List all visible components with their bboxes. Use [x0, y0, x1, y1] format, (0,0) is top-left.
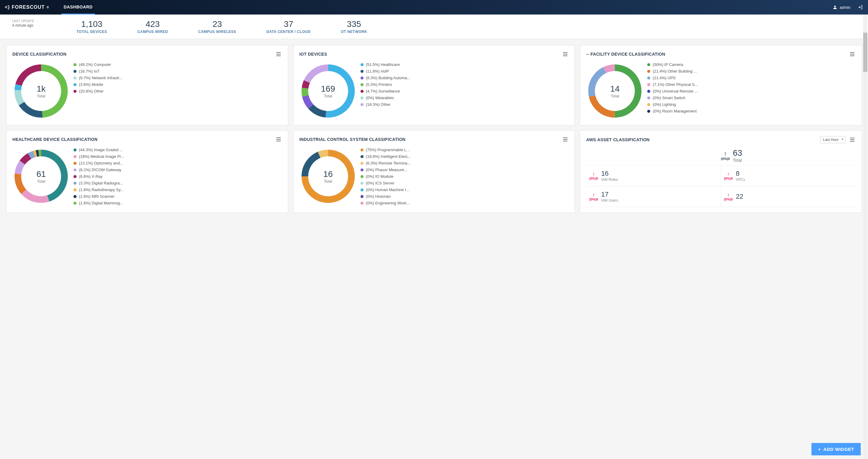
legend-item[interactable]: (75%) Programmable L... — [361, 148, 569, 152]
legend-text: (18.8%) Intelligent Elect... — [366, 154, 411, 159]
aws-metric-cell[interactable]: ↑(0%)0 17 IAM Users — [586, 186, 721, 207]
legend-dot — [647, 70, 650, 73]
legend-item[interactable]: (18.8%) Intelligent Elect... — [361, 154, 569, 159]
legend-item[interactable]: (16.7%) IoT — [73, 69, 282, 73]
legend-item[interactable]: (51.5%) Healthcare — [361, 62, 569, 67]
aws-metric-cell[interactable]: ↑(0%)0 16 IAM Roles — [586, 165, 721, 186]
legend-item[interactable]: (21.4%) Other Building ... — [647, 69, 856, 73]
donut-chart[interactable]: 16 Total — [300, 148, 357, 205]
hamburger-icon[interactable] — [275, 136, 282, 143]
aws-cell-value: 17 — [601, 190, 618, 198]
legend-item[interactable]: (0%) Lighting — [647, 102, 856, 107]
legend-item[interactable]: (3.3%) Digital Radiogra... — [73, 181, 282, 185]
legend-item[interactable]: (13.1%) Optometry and... — [73, 161, 282, 165]
hamburger-icon[interactable] — [562, 136, 568, 143]
chart-legend: (51.5%) Healthcare(11.8%) VoIP(8.3%) Bui… — [361, 62, 569, 107]
legend-item[interactable]: (0%) Historian — [361, 194, 569, 198]
legend-item[interactable]: (11.8%) VoIP — [361, 69, 569, 73]
legend-item[interactable]: (5.3%) Printers — [361, 82, 569, 87]
hamburger-icon[interactable] — [275, 51, 282, 57]
legend-item[interactable]: (0%) Wearables — [361, 96, 569, 100]
aws-total-value: 63 — [733, 148, 742, 158]
legend-item[interactable]: (18.3%) Other — [361, 102, 569, 107]
summary-item[interactable]: 37 DATA CENTER / CLOUD — [267, 19, 311, 34]
legend-item[interactable]: (0%) Phasor Measure... — [361, 167, 569, 172]
legend-item[interactable]: (1.6%) Digital Mammog... — [73, 201, 282, 205]
summary-value: 37 — [267, 19, 311, 29]
chart-widget: IOT DEVICES 169 Total (51.5%) Healthcare… — [293, 45, 575, 125]
legend-item[interactable]: (8.2%) DICOM Gateway — [73, 167, 282, 172]
brand-text: FORESCOUT — [12, 4, 45, 10]
aws-metric-cell[interactable]: ↑(0%)0 8 VPCs — [721, 165, 856, 186]
legend-item[interactable]: (21.4%) UPS — [647, 75, 856, 80]
legend-dot — [361, 155, 364, 158]
donut-total-label: Total — [321, 94, 335, 98]
summary-item[interactable]: 335 OT NETWORK — [341, 19, 367, 34]
legend-item[interactable]: (0%) ICS Server — [361, 181, 569, 185]
donut-chart[interactable]: 169 Total — [300, 62, 357, 120]
hamburger-icon[interactable] — [849, 51, 856, 57]
legend-dot — [73, 63, 76, 66]
scrollbar[interactable] — [863, 14, 867, 219]
legend-item[interactable]: (6.6%) X-Ray — [73, 174, 282, 179]
donut-chart[interactable]: 1k Total — [12, 62, 70, 120]
user-menu[interactable]: admin — [833, 5, 850, 10]
aws-cell-value: 22 — [736, 193, 743, 201]
legend-text: (44.3%) Image Guided ... — [79, 148, 123, 152]
legend-item[interactable]: (20.8%) Other — [73, 89, 282, 93]
chart-widget: -- FACILITY DEVICE CLASSIFICATION 14 Tot… — [580, 45, 862, 125]
donut-chart[interactable]: 14 Total — [586, 62, 644, 120]
widget-title: DEVICE CLASSIFICATION — [12, 52, 66, 57]
donut-total-value: 169 — [321, 84, 335, 94]
trend-arrow-icon: ↑(0%)0 — [724, 172, 733, 180]
legend-item[interactable]: (8.3%) Building Automa... — [361, 75, 569, 80]
legend-text: (18.3%) Other — [366, 102, 391, 107]
legend-item[interactable]: (7.1%) Other Physical S... — [647, 82, 856, 87]
legend-item[interactable]: (3.6%) Mobile — [73, 82, 282, 87]
legend-text: (13.1%) Optometry and... — [79, 161, 123, 165]
legend-text: (8.3%) Building Automa... — [366, 75, 410, 80]
legend-item[interactable]: (0%) Human Machine I... — [361, 187, 569, 192]
donut-chart[interactable]: 61 Total — [12, 148, 70, 205]
hamburger-icon[interactable] — [849, 136, 856, 143]
summary-item[interactable]: 423 CAMPUS WIRED — [137, 19, 168, 34]
legend-text: (21.4%) Other Building ... — [653, 69, 697, 73]
legend-item[interactable]: (0%) IO Module — [361, 174, 569, 179]
aws-widget: AWS ASSET CLASSIFICATION Last Hour ↑ (0%… — [580, 130, 862, 213]
legend-item[interactable]: (0%) Smart Switch — [647, 96, 856, 100]
legend-item[interactable]: (9.7%) Network Infrastr... — [73, 75, 282, 80]
legend-text: (49.2%) Computer — [79, 62, 111, 67]
legend-text: (0%) Phasor Measure... — [366, 167, 407, 172]
legend-item[interactable]: (49.2%) Computer — [73, 62, 282, 67]
legend-text: (1.6%) Digital Mammog... — [79, 201, 123, 205]
scrollbar-thumb[interactable] — [863, 33, 867, 72]
legend-item[interactable]: (0%) Engineering Work... — [361, 201, 569, 205]
legend-item[interactable]: (4.7%) Surveillance — [361, 89, 569, 93]
legend-item[interactable]: (50%) IP Camera — [647, 62, 856, 67]
tab-dashboard[interactable]: DASHBOARD — [61, 0, 95, 14]
donut-total-label: Total — [37, 94, 46, 98]
legend-dot — [73, 195, 76, 198]
aws-metric-cell[interactable]: ↑(0%)0 22 — [721, 186, 856, 207]
hamburger-icon[interactable] — [562, 51, 568, 57]
legend-item[interactable]: (1.6%) MRI Scanner — [73, 194, 282, 198]
chart-legend: (49.2%) Computer(16.7%) IoT(9.7%) Networ… — [73, 62, 282, 93]
legend-text: (4.7%) Surveillance — [366, 89, 400, 93]
logout-icon[interactable] — [858, 4, 863, 10]
legend-item[interactable]: (6.3%) Remote Termina... — [361, 161, 569, 165]
legend-item[interactable]: (44.3%) Image Guided ... — [73, 148, 282, 152]
donut-total-label: Total — [610, 94, 620, 98]
time-range-select[interactable]: Last Hour — [820, 136, 845, 143]
summary-item[interactable]: 1,103 TOTAL DEVICES — [76, 19, 107, 34]
legend-item[interactable]: (0%) Universal Remote ... — [647, 89, 856, 93]
legend-text: (9.7%) Network Infrastr... — [79, 75, 123, 80]
legend-text: (0%) Human Machine I... — [366, 187, 409, 192]
legend-item[interactable]: (0%) Room Management — [647, 109, 856, 113]
aws-cell-value: 16 — [601, 170, 618, 178]
legend-dot — [647, 90, 650, 93]
legend-text: (75%) Programmable L... — [366, 148, 410, 152]
legend-item[interactable]: (18%) Medical Image Pr... — [73, 154, 282, 159]
legend-item[interactable]: (1.6%) Radiotherapy Sy... — [73, 187, 282, 192]
legend-dot — [73, 149, 76, 152]
summary-item[interactable]: 23 CAMPUS WIRELESS — [198, 19, 236, 34]
